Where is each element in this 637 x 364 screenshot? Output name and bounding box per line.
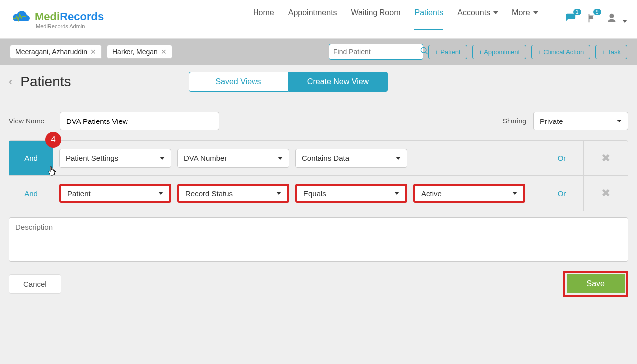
delete-row-button[interactable]: ✖	[584, 176, 628, 211]
nav-patients[interactable]: Patients	[414, 8, 443, 30]
field-category-select[interactable]: Patient Settings	[59, 149, 171, 168]
add-clinical-action-button[interactable]: + Clinical Action	[531, 45, 590, 59]
conditions: 4 And Patient Settings DVA Number Contai…	[9, 140, 628, 211]
chevron-down-icon	[158, 192, 163, 195]
topbar: MediRecords MediRecords Admin Home Appoi…	[0, 0, 637, 39]
chevron-down-icon	[394, 192, 399, 195]
patient-chip-1[interactable]: Meeragani, Azharuddin ✕	[10, 45, 102, 59]
button-row: Cancel Save	[9, 271, 628, 297]
sharing-select[interactable]: Private	[533, 112, 628, 130]
view-name-row: View Name Sharing Private	[9, 112, 628, 130]
chevron-down-icon	[396, 157, 401, 160]
search-icon[interactable]	[420, 47, 428, 57]
find-patient-search[interactable]	[329, 44, 423, 60]
field-name-select[interactable]: DVA Number	[177, 149, 289, 168]
or-button[interactable]: Or	[540, 141, 584, 175]
patient-chip-2-label: Harker, Megan	[112, 48, 158, 56]
cancel-button[interactable]: Cancel	[9, 274, 61, 294]
close-icon[interactable]: ✕	[161, 48, 167, 56]
back-chevron-icon[interactable]: ‹	[9, 75, 12, 88]
add-patient-button[interactable]: + Patient	[428, 45, 467, 59]
patient-chip-2[interactable]: Harker, Megan ✕	[107, 45, 172, 59]
close-icon[interactable]: ✕	[90, 48, 96, 56]
save-highlight: Save	[563, 271, 628, 297]
field-category-select[interactable]: Patient	[59, 184, 171, 203]
nav-home[interactable]: Home	[253, 8, 274, 30]
operator-select[interactable]: Contains Data	[295, 149, 407, 168]
header-icons: 1 9	[564, 13, 627, 26]
view-name-input[interactable]	[60, 112, 219, 130]
patient-chip-1-label: Meeragani, Azharuddin	[15, 48, 87, 56]
notification-icon[interactable]: 1	[564, 13, 577, 26]
and-toggle[interactable]: And	[9, 141, 53, 175]
nav-accounts[interactable]: Accounts	[457, 8, 498, 30]
chevron-down-icon	[160, 157, 165, 160]
chevron-down-icon	[276, 192, 281, 195]
flag-badge: 9	[593, 9, 601, 15]
condition-row-2: And Patient Record Status Equals Active	[9, 176, 628, 211]
view-name-label: View Name	[9, 117, 53, 125]
delete-row-button[interactable]: ✖	[584, 141, 628, 175]
notification-badge: 1	[573, 9, 581, 15]
condition-fields-1: Patient Settings DVA Number Contains Dat…	[53, 141, 540, 175]
logo-subtitle: MediRecords Admin	[36, 23, 104, 29]
description-input[interactable]	[9, 217, 628, 262]
logo[interactable]: MediRecords	[10, 9, 104, 24]
chevron-down-icon	[278, 157, 283, 160]
title-row: ‹ Patients Saved Views Create New View	[9, 72, 628, 92]
condition-row-1: 4 And Patient Settings DVA Number Contai…	[9, 141, 628, 176]
condition-fields-2: Patient Record Status Equals Active	[53, 176, 540, 211]
nav-appointments[interactable]: Appointments	[288, 8, 337, 30]
and-toggle[interactable]: And	[9, 176, 53, 211]
page-body: ‹ Patients Saved Views Create New View V…	[0, 65, 637, 304]
page-title: Patients	[20, 74, 71, 90]
subbar: Meeragani, Azharuddin ✕ Harker, Megan ✕ …	[0, 39, 637, 65]
save-button[interactable]: Save	[567, 274, 625, 293]
logo-cloud-icon	[10, 9, 32, 24]
add-appointment-button[interactable]: + Appointment	[472, 45, 526, 59]
user-menu-icon[interactable]	[606, 13, 627, 26]
nav-more[interactable]: More	[512, 8, 538, 30]
step-badge: 4	[45, 132, 61, 148]
view-form: View Name Sharing Private 4 And Patient …	[9, 112, 628, 297]
sharing-value: Private	[540, 117, 563, 125]
logo-text: MediRecords	[35, 10, 104, 23]
search-input[interactable]	[333, 48, 420, 56]
flag-icon[interactable]: 9	[586, 13, 597, 26]
nav-waiting-room[interactable]: Waiting Room	[351, 8, 401, 30]
field-name-select[interactable]: Record Status	[177, 184, 289, 203]
add-task-button[interactable]: + Task	[595, 45, 627, 59]
logo-block: MediRecords MediRecords Admin	[10, 9, 104, 29]
tab-saved-views[interactable]: Saved Views	[189, 72, 288, 92]
or-button[interactable]: Or	[540, 176, 584, 211]
operator-select[interactable]: Equals	[295, 184, 407, 203]
chevron-down-icon	[617, 120, 622, 122]
chevron-down-icon	[512, 192, 517, 195]
main-nav: Home Appointments Waiting Room Patients …	[253, 8, 627, 30]
sharing-label: Sharing	[503, 117, 526, 125]
tab-create-new-view[interactable]: Create New View	[288, 72, 388, 92]
view-tabs: Saved Views Create New View	[189, 72, 388, 92]
value-select[interactable]: Active	[413, 184, 525, 203]
